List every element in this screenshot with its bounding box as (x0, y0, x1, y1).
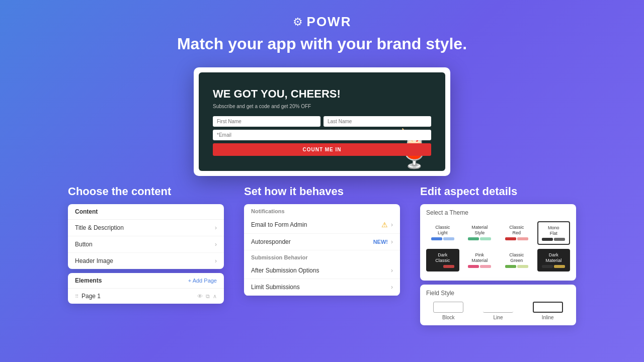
field-style-box-block (433, 302, 463, 313)
theme-color-row-2 (505, 237, 528, 240)
field-style-label-block: Block (442, 315, 454, 320)
drag-icon: ⠿ (75, 294, 78, 299)
logo-text: POWR (307, 14, 352, 30)
theme-item-1[interactable]: Material Style (463, 221, 497, 245)
theme-panel: Select a Theme Classic LightMaterial Sty… (420, 204, 576, 280)
logo-container: ⚙ POWR (0, 14, 644, 30)
new-badge: NEW! (373, 239, 388, 245)
field-style-panel: Field Style BlockLineInline (420, 285, 576, 325)
title-description-row[interactable]: Title & Description › (68, 220, 224, 236)
theme-name-2: Classic Red (509, 225, 524, 236)
theme-name-7: Dark Material (545, 252, 561, 263)
preview-left: WE GOT YOU, CHEERS! Subscribe and get a … (213, 87, 431, 156)
theme-item-4[interactable]: Dark Classic (426, 249, 459, 272)
field-style-label-line: Line (494, 315, 503, 320)
preview-submit-button[interactable]: COUNT ME IN (213, 143, 431, 156)
theme-color-row-5 (468, 265, 491, 268)
chevron-up-icon[interactable]: ∧ (213, 293, 217, 300)
content-panel: Content Title & Description › Button › H… (68, 204, 224, 269)
preview-wrapper: WE GOT YOU, CHEERS! Subscribe and get a … (0, 67, 644, 176)
button-row[interactable]: Button › (68, 236, 224, 253)
content-column: Choose the content Content Title & Descr… (68, 185, 224, 325)
theme-item-2[interactable]: Classic Red (500, 221, 533, 245)
notif-right-0: ⚠ › (381, 221, 393, 229)
theme-color-row-3 (542, 238, 565, 241)
chevron-notif-0: › (391, 221, 393, 228)
preview-inner: WE GOT YOU, CHEERS! Subscribe and get a … (199, 72, 445, 171)
preview-subtitle: Subscribe and get a code and get 20% OFF (213, 104, 431, 109)
page-1-label: Page 1 (82, 293, 101, 300)
logo-icon: ⚙ (293, 16, 303, 29)
theme-name-6: Classic Green (509, 252, 524, 263)
title-description-label: Title & Description (75, 224, 124, 231)
page-header: ⚙ POWR Match your app with your brand st… (0, 0, 644, 62)
chevron-icon-2: › (215, 257, 217, 264)
theme-item-7[interactable]: Dark Material (537, 249, 571, 272)
limit-submissions-label: Limit Submissions (251, 284, 300, 291)
chevron-sub-1: › (391, 284, 393, 291)
preview-firstname-input[interactable] (213, 116, 320, 127)
notifications-label: Notifications (244, 204, 400, 216)
select-theme-label: Select a Theme (426, 209, 570, 216)
header-image-label: Header Image (75, 257, 113, 264)
warning-icon: ⚠ (381, 221, 388, 229)
field-style-block[interactable]: Block (433, 302, 463, 320)
button-label: Button (75, 241, 93, 248)
chevron-sub-0: › (391, 267, 393, 274)
field-styles: BlockLineInline (426, 302, 570, 320)
page-left: ⠿ Page 1 (75, 293, 101, 300)
header-image-row[interactable]: Header Image › (68, 253, 224, 269)
theme-name-0: Classic Light (435, 225, 450, 236)
autoresponder-label: Autoresponder (251, 238, 291, 245)
chevron-icon-1: › (215, 241, 217, 248)
theme-item-6[interactable]: Classic Green (500, 249, 533, 272)
theme-column: Edit aspect details Select a Theme Class… (420, 185, 576, 325)
field-style-line[interactable]: Line (483, 302, 513, 320)
field-style-box-inline (533, 302, 563, 313)
preview-lastname-input[interactable] (324, 116, 431, 127)
preview-email-input[interactable] (213, 130, 431, 140)
theme-item-3[interactable]: Mono Flat (537, 221, 571, 245)
theme-name-3: Mono Flat (548, 225, 559, 236)
eye-icon[interactable]: 👁 (197, 293, 203, 299)
chevron-icon-0: › (215, 224, 217, 231)
theme-color-row-4 (431, 265, 454, 268)
preview-title: WE GOT YOU, CHEERS! (213, 87, 431, 101)
copy-icon[interactable]: ⧉ (206, 293, 210, 300)
page-actions: 👁 ⧉ ∧ (197, 293, 217, 300)
elements-title: Elements (75, 277, 102, 284)
theme-color-row-1 (468, 237, 491, 240)
field-style-label: Field Style (426, 290, 570, 297)
elements-header: Elements + Add Page (68, 273, 224, 289)
behavior-panel: Notifications Email to Form Admin ⚠ › Au… (244, 204, 400, 296)
field-style-box-line (483, 302, 513, 313)
theme-item-5[interactable]: Pink Material (463, 249, 497, 272)
theme-name-1: Material Style (471, 225, 488, 236)
limit-submissions-row[interactable]: Limit Submissions › (244, 279, 400, 296)
theme-column-title: Edit aspect details (420, 185, 576, 198)
themes-grid: Classic LightMaterial StyleClassic RedMo… (426, 221, 570, 271)
theme-name-5: Pink Material (471, 252, 488, 263)
behavior-column-title: Set how it behaves (244, 185, 400, 198)
after-submission-row[interactable]: After Submission Options › (244, 262, 400, 279)
page-tagline: Match your app with your brand style. (0, 35, 644, 53)
theme-color-row-6 (505, 265, 528, 268)
preview-card: WE GOT YOU, CHEERS! Subscribe and get a … (194, 67, 450, 176)
add-page-button[interactable]: + Add Page (188, 278, 217, 284)
field-style-label-inline: Inline (542, 315, 554, 320)
preview-name-row (213, 116, 431, 127)
theme-item-0[interactable]: Classic Light (426, 221, 459, 245)
field-style-inline[interactable]: Inline (533, 302, 563, 320)
notif-right-1: NEW! › (373, 238, 393, 245)
theme-name-4: Dark Classic (435, 252, 450, 263)
content-panel-header: Content (68, 204, 224, 220)
submission-behavior-label: Submission Behavior (244, 250, 400, 262)
behavior-column: Set how it behaves Notifications Email t… (244, 185, 400, 325)
email-admin-label: Email to Form Admin (251, 221, 307, 228)
after-submission-label: After Submission Options (251, 267, 319, 274)
email-admin-row[interactable]: Email to Form Admin ⚠ › (244, 216, 400, 234)
page-1-row[interactable]: ⠿ Page 1 👁 ⧉ ∧ (68, 289, 224, 304)
autoresponder-row[interactable]: Autoresponder NEW! › (244, 234, 400, 250)
theme-color-row-0 (431, 237, 454, 240)
elements-panel: Elements + Add Page ⠿ Page 1 👁 ⧉ ∧ (68, 273, 224, 304)
